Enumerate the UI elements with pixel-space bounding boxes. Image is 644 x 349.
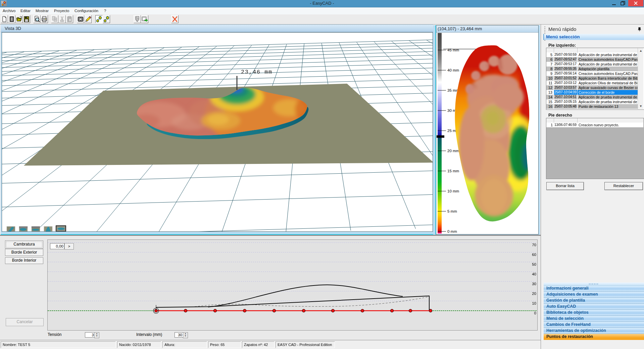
svg-text:10 mm: 10 mm	[447, 189, 459, 193]
svg-text:40 mm: 40 mm	[447, 68, 459, 72]
svg-text:45 mm: 45 mm	[447, 48, 459, 52]
svg-text:0 mm: 0 mm	[447, 229, 457, 233]
svg-text:15 mm: 15 mm	[447, 169, 459, 173]
svg-text:23,46 mm: 23,46 mm	[241, 69, 273, 75]
svg-text:20 mm: 20 mm	[447, 149, 459, 153]
svg-text:5 mm: 5 mm	[447, 209, 457, 213]
